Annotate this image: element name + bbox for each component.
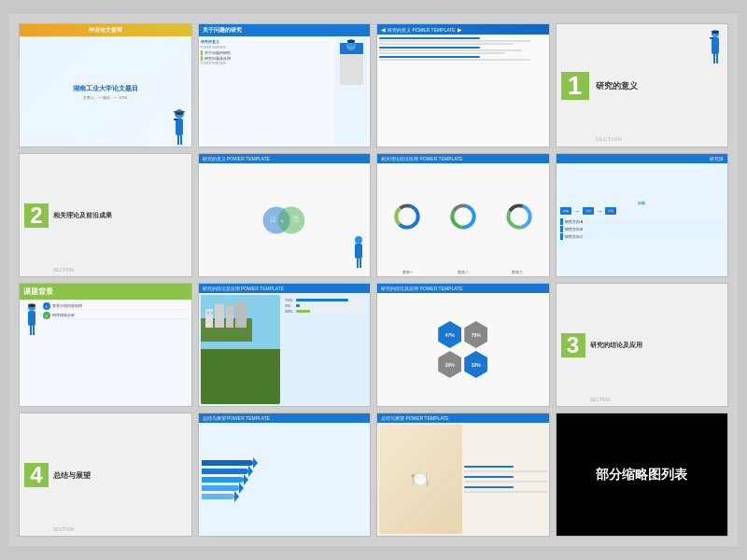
svg-rect-16	[716, 54, 718, 63]
gallery-label-text: 部分缩略图列表	[596, 467, 687, 483]
svg-rect-26	[355, 244, 362, 259]
slide-thumb-4[interactable]: 1 研究的意义 SECTION	[556, 23, 729, 147]
slide-2-item-4: POWER TEMPLATE	[201, 62, 333, 65]
slide-6-venn: 人员 管理 流程 优化 核	[199, 163, 371, 276]
svg-rect-52	[207, 312, 209, 315]
slide-thumb-2[interactable]: 关于问题的研究 研究的意义 POWER TEMPLATE 关于问题的研究 研究问…	[198, 23, 372, 147]
slide-thumb-9[interactable]: 课题背景 ① 背景介绍内容说明 ② 研究现状分析	[19, 283, 192, 407]
slide-thumb-3[interactable]: 研究的意义 POWER TEMPLATE	[376, 23, 550, 147]
svg-rect-28	[359, 259, 361, 268]
donut-1-icon	[394, 203, 420, 230]
slide-14-arrows	[199, 423, 371, 536]
gallery-row-3: 课题背景 ① 背景介绍内容说明 ② 研究现状分析	[19, 283, 728, 407]
slide-11-hexagons: 47% 75% 20% 33%	[377, 293, 549, 406]
svg-marker-11	[347, 40, 355, 43]
slide-thumb-13[interactable]: 4 总结与展望 SECTION	[19, 413, 192, 537]
slide-thumb-8[interactable]: 研究班 分析 收集 → 分析 → 应用 研究方向 A 研究方向 B 研究方向 C	[556, 153, 729, 277]
slide-6-header: 研究的意义 POWER TEMPLATE	[199, 154, 371, 163]
slide-9-item-1: 背景介绍内容说明	[52, 303, 189, 310]
slide-thumb-5[interactable]: 2 相关理论及前沿成果 SECTION	[19, 153, 192, 277]
slide-thumb-11[interactable]: 研究的前沿及应用 POWER TEMPLATE 47% 75% 20% 33%	[376, 283, 550, 407]
slide-5-title: 相关理论及前沿成果	[53, 211, 112, 220]
slide-5-label: SECTION	[53, 267, 74, 273]
svg-rect-42	[28, 311, 35, 326]
slide-6-figure	[349, 235, 368, 274]
slide-3-header: 研究的意义 POWER TEMPLATE	[377, 24, 549, 35]
slide-2-figure-icon	[335, 38, 368, 90]
svg-rect-50	[226, 306, 233, 328]
svg-rect-44	[33, 326, 35, 335]
gallery-row-4: 4 总结与展望 SECTION 总结与展望 POWER TEMPLATE	[19, 413, 728, 537]
svg-rect-17	[710, 37, 713, 39]
slide-8-header: 研究班	[557, 154, 728, 163]
svg-text:核: 核	[280, 218, 284, 222]
slide-9-figure-icon	[22, 302, 41, 349]
prog-label-3: 20%	[285, 309, 294, 314]
slide-10-header: 研究的前沿及应用 POWER TEMPLATE	[199, 284, 371, 293]
hex-2: 75%	[464, 321, 487, 348]
slide-thumb-10[interactable]: 研究的前沿及应用 POWER TEMPLATE	[198, 283, 372, 407]
svg-rect-14	[712, 37, 719, 54]
slide-7-header: 相关理论前沿应用 POWER TEMPLATE	[377, 154, 549, 163]
slide-2-header: 关于问题的研究	[199, 24, 371, 36]
hex-3: 20%	[438, 351, 461, 378]
slide-15-header: 总结与展望 POWER TEMPLATE	[377, 413, 549, 423]
svg-text:管理: 管理	[270, 218, 275, 222]
slide-2-item-0: 研究的意义	[201, 38, 333, 45]
slide-4-label: SECTION	[596, 136, 623, 142]
svg-text:优化: 优化	[293, 218, 299, 222]
slide-2-item-3: 研究问题及应用	[201, 56, 333, 61]
slide-5-number: 2	[24, 203, 49, 228]
svg-rect-3	[177, 135, 179, 145]
svg-rect-7	[340, 52, 363, 85]
gallery-row-1: 毕业论文答辩 湖南工业大学论文题目 文章人：一 题目：一 2719 关于问题的研…	[19, 23, 728, 147]
slide-thumb-12[interactable]: 3 研究的结论及应用 SECTION	[556, 283, 729, 407]
svg-rect-43	[30, 326, 32, 335]
hex-4: 33%	[464, 351, 487, 378]
svg-rect-51	[235, 302, 247, 328]
svg-rect-1	[176, 119, 183, 135]
slide-thumb-16: 部分缩略图列表	[556, 413, 729, 537]
slide-thumb-14[interactable]: 总结与展望 POWER TEMPLATE	[198, 413, 372, 537]
svg-rect-49	[215, 304, 224, 328]
slide-13-number: 4	[24, 463, 49, 487]
slide-12-title: 研究的结论及应用	[590, 341, 642, 350]
slide-1-subtitle: 文章人：一 题目：一 2719	[83, 95, 127, 100]
slide-12-label: SECTION	[590, 397, 611, 402]
slide-thumb-15[interactable]: 总结与展望 POWER TEMPLATE 🍽️	[376, 413, 550, 537]
slide-14-header: 总结与展望 POWER TEMPLATE	[199, 413, 371, 423]
slide-9-item-2: 研究现状分析	[52, 313, 189, 319]
svg-marker-45	[28, 304, 35, 307]
slide-9-header: 课题背景	[20, 284, 191, 300]
slide-4-grad-icon	[705, 29, 726, 71]
gallery-container: 毕业论文答辩 湖南工业大学论文题目 文章人：一 题目：一 2719 关于问题的研…	[9, 14, 738, 546]
slide-thumb-7[interactable]: 相关理论前沿应用 POWER TEMPLATE	[376, 153, 550, 277]
slide-8-content: 分析 收集 → 分析 → 应用 研究方向 A 研究方向 B 研究方向 C	[557, 163, 728, 276]
slide-1-title: 湖南工业大学论文题目	[73, 84, 138, 93]
svg-rect-27	[357, 259, 359, 268]
slide-4-number: 1	[561, 72, 589, 100]
slide-thumb-6[interactable]: 研究的意义 POWER TEMPLATE 人员 管理 流程 优化 核	[198, 153, 372, 277]
slide-13-label: SECTION	[53, 526, 74, 532]
prog-label-2: 5%	[285, 303, 294, 308]
donut-2-icon	[450, 203, 476, 230]
slide-7-labels: 图表一图表二图表三	[377, 270, 549, 276]
slide-4-title: 研究的意义	[596, 79, 638, 91]
slide-3-content	[379, 36, 547, 62]
city-image-icon	[201, 295, 252, 342]
gallery-row-2: 2 相关理论及前沿成果 SECTION 研究的意义 POWER TEMPLATE…	[19, 153, 728, 277]
hex-1: 47%	[438, 321, 461, 348]
venn-diagram-icon: 人员 管理 流程 优化 核	[256, 202, 312, 239]
svg-marker-13	[712, 31, 719, 34]
donut-3-icon	[506, 203, 532, 230]
prog-label-1: 75%	[285, 298, 294, 302]
svg-rect-4	[180, 135, 182, 145]
svg-point-25	[355, 236, 362, 244]
slide-13-title: 总结与展望	[53, 469, 91, 480]
svg-rect-2	[174, 119, 177, 120]
slide-7-donuts	[377, 163, 549, 270]
slide-11-header: 研究的前沿及应用 POWER TEMPLATE	[377, 284, 549, 293]
slide-2-item-1: POWER TEMPLATE	[201, 46, 333, 49]
slide-2-item-2: 关于问题的研究	[201, 50, 333, 55]
slide-thumb-1[interactable]: 毕业论文答辩 湖南工业大学论文题目 文章人：一 题目：一 2719	[19, 23, 192, 147]
